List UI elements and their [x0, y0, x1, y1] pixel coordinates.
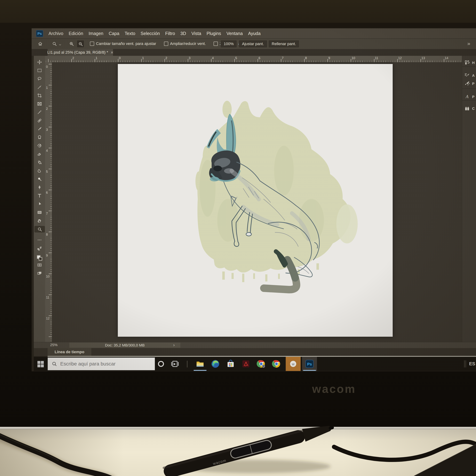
dock-panel-brushes-panel[interactable]: P — [462, 79, 476, 88]
home-icon[interactable] — [37, 40, 44, 47]
hruler-number: 4 — [212, 56, 214, 60]
menu-plugins[interactable]: Plugins — [204, 31, 224, 36]
menu-ayuda[interactable]: Ayuda — [245, 31, 263, 36]
tool-history-brush[interactable] — [36, 142, 43, 149]
menu-vista[interactable]: Vista — [189, 31, 204, 36]
status-zoom-level[interactable]: 25% — [50, 343, 58, 347]
svg-text:A: A — [465, 94, 469, 99]
tool-swap-colors[interactable] — [36, 245, 43, 251]
vruler-number: 9 — [46, 254, 48, 257]
checkbox-icon[interactable] — [214, 42, 218, 46]
taskbar-icon-acrobat[interactable] — [241, 359, 251, 369]
dock-panel-label: P — [472, 95, 475, 99]
dock-separator — [462, 88, 476, 89]
status-doc-info[interactable]: Doc: 35,2 MB/300,0 MB — [69, 342, 180, 348]
doc-size-text: Doc: 35,2 MB/300,0 MB — [105, 343, 145, 347]
document-canvas[interactable] — [118, 64, 393, 337]
taskbar-icon-task-view[interactable] — [170, 359, 179, 369]
taskbar-icon-microsoft-store[interactable] — [226, 359, 235, 369]
menu-texto[interactable]: Texto — [122, 31, 138, 36]
menu-ventana[interactable]: Ventana — [224, 31, 245, 36]
usb-cable-left — [0, 435, 114, 476]
menu-edicin[interactable]: Edición — [66, 31, 86, 36]
menu-3d[interactable]: 3D — [178, 31, 189, 36]
dock-panel-label: C — [472, 107, 475, 111]
taskbar-separator — [187, 361, 187, 367]
tool-zoom[interactable] — [34, 226, 45, 232]
tool-rectangular-marquee[interactable] — [36, 67, 43, 73]
option-checkbox-1[interactable]: Ampliar/reducir vent. — [164, 41, 206, 46]
hruler-number: 12 — [398, 56, 402, 60]
tool-move[interactable] — [36, 59, 43, 65]
zoom-out-icon[interactable] — [77, 40, 84, 48]
dock-panel-history-panel[interactable]: H — [462, 58, 476, 68]
menu-seleccin[interactable]: Selección — [138, 31, 162, 36]
taskbar-icon-photoshop[interactable]: Ps — [305, 359, 314, 369]
tool-screen-mode[interactable] — [36, 270, 43, 276]
zoom-level-button[interactable]: 100% — [220, 40, 237, 48]
checkbox-icon[interactable] — [164, 42, 168, 46]
close-tab-icon[interactable]: × — [111, 50, 113, 55]
hruler-number: 2 — [72, 56, 74, 60]
vruler-number: 3 — [46, 128, 48, 132]
timeline-panel-tab[interactable]: Línea de tiempo — [48, 348, 91, 356]
chevron-down-icon[interactable] — [59, 43, 62, 47]
fill-screen-button[interactable]: Rellenar pant. — [268, 40, 299, 48]
tool-quick-mask[interactable] — [36, 262, 43, 268]
document-tab[interactable]: LI1.psd al 25% (Capa 39, RGB/8) * × — [48, 49, 113, 56]
tool-frame[interactable] — [36, 101, 43, 107]
taskbar-icon-edge[interactable] — [211, 359, 220, 369]
taskbar-icon-wacom-center[interactable]: w — [289, 359, 298, 369]
menu-items: ArchivoEdiciónImagenCapaTextoSelecciónFi… — [46, 28, 263, 38]
menu-archivo[interactable]: Archivo — [46, 31, 66, 36]
menu-capa[interactable]: Capa — [106, 31, 122, 36]
taskbar-search[interactable] — [48, 357, 155, 370]
tool-brush[interactable] — [36, 126, 43, 132]
hruler-number: 1 — [96, 56, 97, 60]
tool-spot-healing-brush[interactable] — [36, 118, 43, 123]
tool-clone-stamp[interactable] — [36, 134, 43, 140]
language-indicator[interactable]: ES — [469, 361, 475, 367]
checkbox-label: Ampliar/reducir vent. — [170, 41, 206, 46]
menu-imagen[interactable]: Imagen — [86, 31, 106, 36]
tool-dodge[interactable] — [36, 176, 43, 182]
options-overflow-chevron[interactable]: » — [467, 40, 470, 47]
taskbar-icon-file-explorer[interactable] — [195, 359, 205, 369]
checkbox-icon[interactable] — [90, 42, 94, 46]
tool-type[interactable] — [36, 193, 43, 199]
zoom-in-icon[interactable] — [68, 40, 75, 47]
tool-rectangle[interactable] — [36, 209, 43, 215]
tool-path-selection[interactable] — [36, 201, 43, 207]
vruler-number: 7 — [46, 212, 48, 216]
tool-paint-bucket[interactable] — [36, 159, 43, 165]
taskbar-icon-chrome-profile[interactable] — [256, 359, 266, 369]
tool-edit-toolbar[interactable] — [36, 237, 43, 243]
hruler-number: 10 — [352, 56, 355, 60]
status-expand-chevron[interactable]: › — [173, 342, 175, 348]
canvas-artwork — [118, 64, 393, 337]
hruler-number: 5 — [235, 56, 237, 60]
fit-screen-button[interactable]: Ajustar pant. — [239, 40, 267, 48]
taskbar-icon-chrome[interactable] — [272, 359, 281, 369]
option-checkbox-0[interactable]: Cambiar tamaño vent. para ajustar — [90, 41, 156, 46]
tool-hand[interactable] — [36, 218, 43, 224]
tool-eraser[interactable] — [36, 151, 43, 157]
open-app-underline — [194, 370, 206, 371]
tool-lasso[interactable] — [36, 76, 43, 82]
tool-foreground-background-colors[interactable] — [36, 254, 43, 262]
tool-smudge[interactable] — [36, 168, 43, 174]
desk-objects: wacom — [0, 423, 476, 476]
search-input[interactable] — [60, 361, 146, 367]
dock-panel-brush-settings-panel[interactable]: A — [462, 71, 476, 80]
tool-eyedropper[interactable] — [36, 109, 43, 115]
svg-text:Ps: Ps — [307, 362, 312, 366]
tool-crop[interactable] — [36, 92, 43, 99]
menu-filtro[interactable]: Filtro — [163, 31, 178, 36]
taskbar-icon-cortana[interactable] — [156, 359, 166, 369]
tool-object-selection[interactable] — [36, 84, 43, 90]
hruler-number: 2 — [165, 56, 167, 60]
dock-panel-libraries-panel[interactable]: C — [462, 104, 476, 113]
start-button[interactable] — [35, 359, 46, 369]
zoom-tool-icon[interactable] — [51, 40, 58, 47]
tool-pen[interactable] — [36, 184, 43, 190]
